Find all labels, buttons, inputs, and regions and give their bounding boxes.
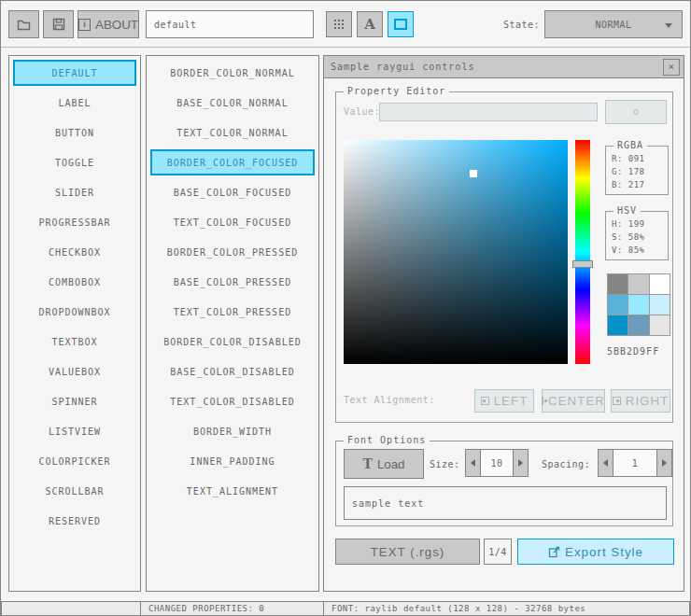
close-button[interactable]: × [663, 59, 680, 76]
rgba-r-value: R: 091 [612, 154, 668, 163]
property-item[interactable]: TEXT_COLOR_PRESSED [150, 299, 315, 325]
control-item[interactable]: TEXTBOX [13, 329, 136, 355]
property-item[interactable]: BORDER_COLOR_NORMAL [150, 60, 315, 86]
size-increase-button[interactable] [513, 449, 529, 477]
color-swatch[interactable] [628, 315, 648, 335]
window-titlebar[interactable]: Sample raygui controls × [324, 56, 684, 78]
save-style-button[interactable] [43, 10, 74, 38]
control-item[interactable]: LISTVIEW [13, 418, 136, 444]
property-item[interactable]: BORDER_COLOR_DISABLED [150, 329, 315, 355]
value-label: Value: [344, 106, 380, 117]
align-left-button: LEFT [474, 389, 534, 413]
rgba-label: RGBA [613, 140, 647, 150]
size-spinner: 10 [465, 449, 529, 477]
hsv-v-value: V: 85% [612, 245, 668, 255]
value-input [379, 103, 598, 121]
hue-slider[interactable] [572, 260, 593, 268]
property-item[interactable]: TEXT_COLOR_FOCUSED [150, 209, 315, 235]
spacing-increase-button[interactable] [656, 449, 672, 477]
font-options-group: Font Options T Load Size: 10 Spacing: [335, 441, 673, 526]
color-swatch[interactable] [650, 315, 670, 335]
color-swatch[interactable] [608, 315, 628, 335]
state-dropdown[interactable]: NORMAL [544, 10, 683, 38]
control-item[interactable]: BUTTON [13, 119, 136, 146]
sample-controls-window: Sample raygui controls × Property Editor… [323, 55, 684, 592]
control-item[interactable]: CHECKBOX [13, 239, 136, 265]
property-item[interactable]: BASE_COLOR_PRESSED [150, 269, 315, 295]
arrow-left-icon [471, 459, 475, 467]
font-t-icon: T [362, 456, 372, 471]
spacing-decrease-button[interactable] [598, 449, 613, 477]
property-item[interactable]: INNER_PADDING [150, 448, 315, 474]
property-item[interactable]: BORDER_COLOR_PRESSED [150, 239, 315, 265]
control-item[interactable]: COLORPICKER [13, 448, 136, 474]
style-color-swatches [607, 273, 670, 336]
control-item[interactable]: SCROLLBAR [13, 478, 136, 504]
control-item[interactable]: TOGGLE [13, 149, 136, 175]
spacing-value[interactable]: 1 [613, 449, 656, 477]
property-item[interactable]: TEXT_COLOR_NORMAL [150, 119, 315, 146]
align-left-icon [481, 397, 489, 405]
window-title: Sample raygui controls [331, 62, 474, 72]
property-item[interactable]: BORDER_COLOR_FOCUSED [150, 149, 315, 175]
align-right-icon [613, 397, 621, 405]
property-item[interactable]: TEXT_ALIGNMENT [150, 478, 315, 504]
color-swatch[interactable] [628, 274, 648, 294]
hue-bar[interactable] [575, 140, 590, 364]
color-swatch[interactable] [608, 274, 628, 294]
export-format-dropdown[interactable]: TEXT (.rgs) [335, 539, 480, 565]
about-button[interactable]: i ABOUT [78, 10, 139, 38]
size-value[interactable]: 10 [481, 449, 513, 477]
export-style-button[interactable]: Export Style [517, 539, 674, 565]
align-right-button: RIGHT [611, 389, 670, 413]
properties-list: BORDER_COLOR_NORMAL BASE_COLOR_NORMAL TE… [146, 55, 319, 592]
control-item[interactable]: DEFAULT [13, 60, 136, 86]
control-item[interactable]: PROGRESSBAR [13, 209, 136, 235]
style-table-button[interactable] [326, 11, 352, 37]
control-item[interactable]: SLIDER [13, 179, 136, 205]
arrow-left-icon [603, 459, 608, 467]
style-name-input[interactable] [146, 10, 314, 38]
text-alignment-label: Text Alignment: [344, 395, 435, 405]
sample-text-box[interactable]: sample text [344, 486, 667, 520]
arrow-right-icon [662, 459, 667, 467]
statusbar-font-info: FONT: raylib default (128 x 128) - 32768… [323, 601, 690, 616]
picker-cursor[interactable] [470, 170, 477, 177]
rguistyler-window: i ABOUT A State: NORMAL DEFAULT LABEL BU… [0, 0, 691, 616]
info-icon: i [78, 19, 91, 31]
color-swatch[interactable] [628, 295, 648, 315]
control-item[interactable]: VALUEBOX [13, 358, 136, 385]
rgba-group: RGBA R: 091 G: 178 B: 217 [605, 146, 669, 195]
rgba-g-value: G: 178 [612, 167, 668, 176]
property-item[interactable]: BASE_COLOR_DISABLED [150, 358, 315, 385]
grid-icon [332, 18, 346, 31]
toolbar-divider [1, 47, 691, 48]
load-font-button[interactable]: T Load [344, 449, 424, 479]
size-decrease-button[interactable] [465, 449, 481, 477]
color-panel[interactable] [344, 140, 568, 364]
property-editor-label: Property Editor [344, 86, 449, 96]
control-item[interactable]: DROPDOWNBOX [13, 299, 136, 325]
control-item[interactable]: LABEL [13, 90, 136, 116]
color-swatch[interactable] [608, 295, 628, 315]
control-item[interactable]: RESERVED [13, 508, 136, 534]
property-item[interactable]: BORDER_WIDTH [150, 418, 315, 444]
color-swatch[interactable] [650, 274, 670, 294]
property-item[interactable]: BASE_COLOR_FOCUSED [150, 179, 315, 205]
spacing-spinner: 1 [598, 449, 672, 477]
control-item[interactable]: COMBOBOX [13, 269, 136, 295]
size-label: Size: [430, 459, 460, 469]
property-item[interactable]: BASE_COLOR_NORMAL [150, 90, 315, 116]
statusbar-left [1, 601, 141, 616]
controls-preview-button[interactable] [388, 11, 414, 37]
control-item[interactable]: SPINNER [13, 388, 136, 414]
align-center-button: CENTER [542, 389, 605, 413]
open-style-button[interactable] [8, 10, 39, 38]
spacing-label: Spacing: [542, 459, 590, 469]
color-swatch[interactable] [650, 295, 670, 315]
font-options-label: Font Options [344, 435, 430, 445]
format-page-indicator[interactable]: 1/4 [484, 539, 512, 565]
font-mode-button[interactable]: A [357, 11, 383, 37]
property-item[interactable]: TEXT_COLOR_DISABLED [150, 388, 315, 414]
about-label: ABOUT [95, 18, 138, 32]
